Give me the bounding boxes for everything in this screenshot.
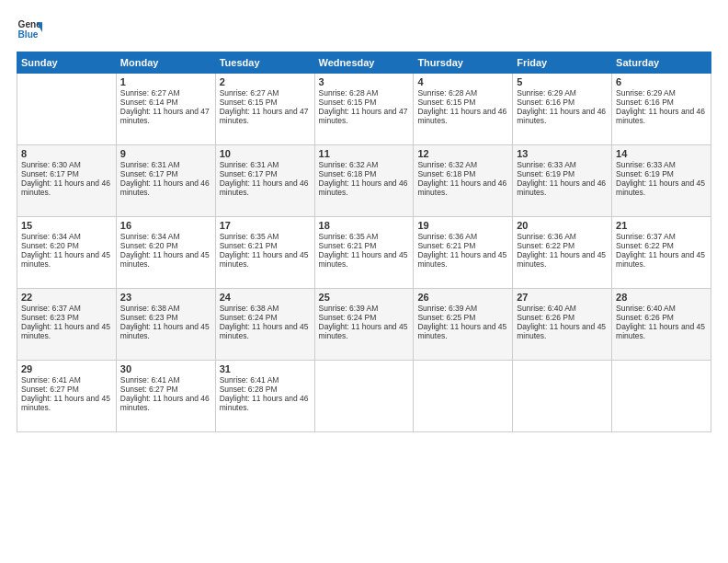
day-number: 24 (220, 292, 311, 303)
logo: General Blue (17, 17, 42, 42)
calendar-cell: 6Sunrise: 6:29 AMSunset: 6:16 PMDaylight… (612, 74, 711, 145)
calendar-cell: 28Sunrise: 6:40 AMSunset: 6:26 PMDayligh… (612, 289, 711, 361)
cell-info: Sunrise: 6:30 AMSunset: 6:17 PMDaylight:… (21, 160, 110, 197)
calendar-cell: 15Sunrise: 6:34 AMSunset: 6:20 PMDayligh… (17, 217, 117, 289)
week-row-3: 15Sunrise: 6:34 AMSunset: 6:20 PMDayligh… (17, 217, 711, 289)
cell-info: Sunrise: 6:31 AMSunset: 6:17 PMDaylight:… (120, 160, 210, 197)
cell-info: Sunrise: 6:31 AMSunset: 6:17 PMDaylight:… (220, 160, 309, 197)
calendar-cell: 2Sunrise: 6:27 AMSunset: 6:15 PMDaylight… (215, 74, 314, 145)
cell-info: Sunrise: 6:29 AMSunset: 6:16 PMDaylight:… (616, 88, 705, 125)
cell-info: Sunrise: 6:36 AMSunset: 6:21 PMDaylight:… (417, 232, 506, 269)
calendar-cell: 13Sunrise: 6:33 AMSunset: 6:19 PMDayligh… (513, 145, 612, 217)
cell-info: Sunrise: 6:36 AMSunset: 6:22 PMDaylight:… (517, 232, 606, 269)
day-number: 16 (120, 220, 211, 231)
day-number: 4 (417, 76, 508, 87)
calendar-cell: 25Sunrise: 6:39 AMSunset: 6:24 PMDayligh… (314, 289, 414, 361)
calendar-cell: 3Sunrise: 6:28 AMSunset: 6:15 PMDaylight… (314, 74, 414, 145)
day-number: 30 (120, 363, 211, 374)
day-number: 22 (21, 292, 112, 303)
day-header-tuesday: Tuesday (215, 52, 314, 74)
calendar-cell (612, 361, 711, 432)
cell-info: Sunrise: 6:38 AMSunset: 6:23 PMDaylight:… (120, 304, 210, 340)
cell-info: Sunrise: 6:27 AMSunset: 6:14 PMDaylight:… (120, 88, 210, 125)
cell-info: Sunrise: 6:41 AMSunset: 6:28 PMDaylight:… (220, 375, 309, 412)
day-number: 8 (21, 148, 112, 159)
day-header-thursday: Thursday (414, 52, 513, 74)
day-number: 25 (319, 292, 410, 303)
day-header-saturday: Saturday (612, 52, 711, 74)
cell-info: Sunrise: 6:34 AMSunset: 6:20 PMDaylight:… (21, 232, 110, 269)
calendar-cell: 21Sunrise: 6:37 AMSunset: 6:22 PMDayligh… (612, 217, 711, 289)
day-number: 11 (319, 148, 410, 159)
day-number: 1 (120, 76, 211, 87)
day-number: 12 (417, 148, 508, 159)
day-number: 28 (616, 292, 707, 303)
day-header-sunday: Sunday (17, 52, 117, 74)
cell-info: Sunrise: 6:28 AMSunset: 6:15 PMDaylight:… (319, 88, 408, 125)
cell-info: Sunrise: 6:40 AMSunset: 6:26 PMDaylight:… (517, 304, 606, 340)
cell-info: Sunrise: 6:41 AMSunset: 6:27 PMDaylight:… (21, 375, 110, 412)
calendar-cell: 27Sunrise: 6:40 AMSunset: 6:26 PMDayligh… (513, 289, 612, 361)
calendar-table: SundayMondayTuesdayWednesdayThursdayFrid… (17, 52, 711, 432)
cell-info: Sunrise: 6:39 AMSunset: 6:24 PMDaylight:… (319, 304, 408, 340)
calendar-cell: 11Sunrise: 6:32 AMSunset: 6:18 PMDayligh… (314, 145, 414, 217)
day-number: 15 (21, 220, 112, 231)
cell-info: Sunrise: 6:40 AMSunset: 6:26 PMDaylight:… (616, 304, 705, 340)
calendar-cell: 24Sunrise: 6:38 AMSunset: 6:24 PMDayligh… (215, 289, 314, 361)
cell-info: Sunrise: 6:33 AMSunset: 6:19 PMDaylight:… (616, 160, 705, 197)
calendar-cell: 4Sunrise: 6:28 AMSunset: 6:15 PMDaylight… (414, 74, 513, 145)
day-number: 17 (220, 220, 311, 231)
day-number: 9 (120, 148, 211, 159)
day-number: 19 (417, 220, 508, 231)
logo-icon: General Blue (17, 17, 42, 42)
cell-info: Sunrise: 6:35 AMSunset: 6:21 PMDaylight:… (319, 232, 408, 269)
week-row-4: 22Sunrise: 6:37 AMSunset: 6:23 PMDayligh… (17, 289, 711, 361)
day-number: 21 (616, 220, 707, 231)
day-number: 2 (220, 76, 311, 87)
calendar-cell: 19Sunrise: 6:36 AMSunset: 6:21 PMDayligh… (414, 217, 513, 289)
page: General Blue SundayMondayTuesdayWednesda… (0, 0, 728, 563)
calendar-cell (314, 361, 414, 432)
calendar-cell: 26Sunrise: 6:39 AMSunset: 6:25 PMDayligh… (414, 289, 513, 361)
cell-info: Sunrise: 6:37 AMSunset: 6:23 PMDaylight:… (21, 304, 110, 340)
day-number: 13 (517, 148, 608, 159)
cell-info: Sunrise: 6:41 AMSunset: 6:27 PMDaylight:… (120, 375, 210, 412)
cell-info: Sunrise: 6:38 AMSunset: 6:24 PMDaylight:… (220, 304, 309, 340)
calendar-cell: 14Sunrise: 6:33 AMSunset: 6:19 PMDayligh… (612, 145, 711, 217)
day-number: 18 (319, 220, 410, 231)
calendar-cell: 16Sunrise: 6:34 AMSunset: 6:20 PMDayligh… (116, 217, 215, 289)
cell-info: Sunrise: 6:32 AMSunset: 6:18 PMDaylight:… (417, 160, 506, 197)
day-number: 29 (21, 363, 112, 374)
calendar-cell: 20Sunrise: 6:36 AMSunset: 6:22 PMDayligh… (513, 217, 612, 289)
cell-info: Sunrise: 6:37 AMSunset: 6:22 PMDaylight:… (616, 232, 705, 269)
day-header-friday: Friday (513, 52, 612, 74)
calendar-cell: 9Sunrise: 6:31 AMSunset: 6:17 PMDaylight… (116, 145, 215, 217)
day-header-monday: Monday (116, 52, 215, 74)
day-number: 26 (417, 292, 508, 303)
day-number: 27 (517, 292, 608, 303)
calendar-cell (414, 361, 513, 432)
header-row: SundayMondayTuesdayWednesdayThursdayFrid… (17, 52, 711, 74)
calendar-cell: 23Sunrise: 6:38 AMSunset: 6:23 PMDayligh… (116, 289, 215, 361)
day-number: 31 (220, 363, 311, 374)
calendar-cell: 10Sunrise: 6:31 AMSunset: 6:17 PMDayligh… (215, 145, 314, 217)
calendar-cell: 17Sunrise: 6:35 AMSunset: 6:21 PMDayligh… (215, 217, 314, 289)
calendar-cell: 18Sunrise: 6:35 AMSunset: 6:21 PMDayligh… (314, 217, 414, 289)
calendar-cell: 30Sunrise: 6:41 AMSunset: 6:27 PMDayligh… (116, 361, 215, 432)
week-row-1: 1Sunrise: 6:27 AMSunset: 6:14 PMDaylight… (17, 74, 711, 145)
calendar-cell (17, 74, 117, 145)
day-number: 5 (517, 76, 608, 87)
calendar-cell: 1Sunrise: 6:27 AMSunset: 6:14 PMDaylight… (116, 74, 215, 145)
calendar-cell (513, 361, 612, 432)
svg-text:Blue: Blue (18, 29, 39, 40)
cell-info: Sunrise: 6:29 AMSunset: 6:16 PMDaylight:… (517, 88, 606, 125)
cell-info: Sunrise: 6:34 AMSunset: 6:20 PMDaylight:… (120, 232, 210, 269)
day-header-wednesday: Wednesday (314, 52, 414, 74)
day-number: 14 (616, 148, 707, 159)
week-row-5: 29Sunrise: 6:41 AMSunset: 6:27 PMDayligh… (17, 361, 711, 432)
day-number: 20 (517, 220, 608, 231)
calendar-cell: 12Sunrise: 6:32 AMSunset: 6:18 PMDayligh… (414, 145, 513, 217)
cell-info: Sunrise: 6:27 AMSunset: 6:15 PMDaylight:… (220, 88, 309, 125)
day-number: 3 (319, 76, 410, 87)
cell-info: Sunrise: 6:32 AMSunset: 6:18 PMDaylight:… (319, 160, 408, 197)
